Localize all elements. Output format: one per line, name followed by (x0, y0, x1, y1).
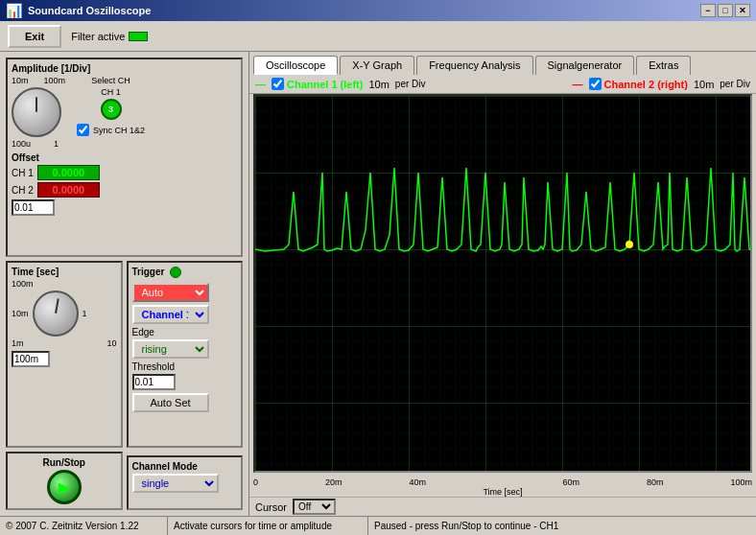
tab-xy-graph[interactable]: X-Y Graph (340, 56, 414, 75)
tab-bar: Oscilloscope X-Y Graph Frequency Analysi… (249, 52, 756, 75)
x-label-0: 0 (253, 477, 258, 487)
scope-wrapper: 0 20m 40m | 60m 80m 100m Time [sec] Curs… (249, 94, 756, 516)
svg-rect-2 (255, 96, 750, 471)
x-label-60m: 60m (562, 477, 579, 487)
maximize-button[interactable]: □ (718, 4, 733, 17)
trigger-channel-row: Channel 1 Channel 2 (132, 305, 238, 324)
x-axis-unit: Time [sec] (249, 487, 756, 497)
time-10m-label: 10m (12, 309, 29, 318)
time-10-label: 10 (106, 338, 116, 348)
close-button[interactable]: ✕ (735, 4, 750, 17)
filter-label: Filter active (71, 31, 125, 42)
ch1-bar-label: Channel 1 (left) (287, 79, 363, 90)
ch1-checkbox-item: Channel 1 (left) (272, 78, 363, 90)
offset-ch1-label: CH 1 (12, 168, 34, 178)
x-label-20m: 20m (325, 477, 343, 487)
cursor-label: Cursor (255, 501, 287, 513)
amplitude-small-input[interactable] (12, 199, 55, 216)
ch1-select-label: CH 1 (101, 87, 121, 97)
cursor-hint-text: Activate cursors for time or amplitude (168, 517, 368, 535)
amp-100m-label: 100m (44, 76, 66, 85)
time-1m-label: 1m (12, 338, 24, 348)
time-panel: Time [sec] 100m 10m 1 (6, 261, 123, 449)
ch2-checkbox-item: Channel 2 (right) (589, 78, 688, 90)
sync-label: Sync CH 1&2 (93, 126, 145, 135)
trigger-channel-dropdown[interactable]: Channel 1 Channel 2 (132, 305, 209, 324)
threshold-label: Threshold (132, 361, 238, 372)
amplitude-title: Amplitude [1/Div] (12, 63, 237, 74)
offset-ch2-label: CH 2 (12, 185, 34, 196)
amp-100u-label: 100u (12, 139, 31, 149)
cursor-dropdown[interactable]: Off Time Amplitude (293, 499, 336, 515)
ch2-per-div-unit: per Div (720, 79, 750, 89)
x-label-40m: 40m (410, 477, 427, 487)
trigger-mode-row: Auto Normal Single (132, 283, 238, 302)
status-bar: © 2007 C. Zeitnitz Version 1.22 Activate… (0, 516, 756, 535)
amp-10m-label: 10m (12, 76, 29, 85)
ch2-bar-label: Channel 2 (right) (604, 79, 688, 90)
x-label-100m: 100m (730, 477, 752, 487)
trigger-led (170, 267, 181, 278)
run-stop-title: Run/Stop (43, 457, 85, 468)
edge-label: Edge (132, 327, 238, 337)
threshold-input[interactable] (132, 374, 176, 390)
ch1-badge: 3 (101, 99, 122, 120)
channel-mode-title: Channel Mode (132, 461, 238, 472)
time-knob[interactable] (33, 291, 79, 337)
sync-row: Sync CH 1&2 (77, 124, 145, 136)
cursor-marker (626, 241, 633, 248)
ch1-per-div-unit: per Div (395, 79, 426, 89)
ch2-per-div-value: 10m (694, 79, 714, 90)
paused-text: Paused - press Run/Stop to continue - CH… (368, 517, 756, 535)
ch2-bar-line: — (573, 79, 583, 90)
sync-checkbox[interactable] (77, 124, 89, 136)
auto-set-button[interactable]: Auto Set (132, 393, 209, 412)
window-controls: − □ ✕ (700, 4, 750, 17)
edge-dropdown[interactable]: rising falling (132, 339, 209, 359)
run-stop-button[interactable]: ▶ (47, 470, 82, 504)
trigger-mode-dropdown[interactable]: Auto Normal Single (132, 283, 209, 302)
run-stop-panel: Run/Stop ▶ (6, 452, 123, 510)
amp-1-label: 1 (54, 139, 59, 149)
select-ch-label: Select CH (91, 76, 130, 85)
tab-frequency-analysis[interactable]: Frequency Analysis (416, 56, 532, 75)
tab-oscilloscope[interactable]: Oscilloscope (253, 56, 338, 75)
right-panel: Oscilloscope X-Y Graph Frequency Analysi… (249, 52, 756, 516)
offset-ch1-input[interactable] (37, 165, 100, 180)
channel-mode-dropdown[interactable]: single dual add (132, 474, 219, 493)
ch2-checkbox[interactable] (589, 78, 602, 90)
tab-signal-generator[interactable]: Signalgenerator (535, 56, 635, 75)
scope-svg (255, 96, 750, 471)
time-small-input[interactable] (12, 351, 50, 367)
edge-row: rising falling (132, 339, 238, 359)
offset-ch1-row: CH 1 (12, 165, 237, 180)
channel-mode-panel: Channel Mode single dual add (127, 455, 244, 510)
offset-ch2-input[interactable] (37, 182, 100, 198)
title-bar: 📊 Soundcard Oszilloscope − □ ✕ (0, 0, 756, 21)
trigger-panel: Trigger Auto Normal Single Channel 1 (127, 261, 244, 449)
filter-active-area: Filter active (71, 31, 148, 42)
filter-led (129, 32, 148, 41)
copyright-text: © 2007 C. Zeitnitz Version 1.22 (0, 517, 168, 535)
minimize-button[interactable]: − (700, 4, 716, 17)
time-title: Time [sec] (12, 267, 117, 277)
top-bar: Exit Filter active (0, 21, 756, 52)
offset-title: Offset (12, 152, 237, 163)
x-label-80m: 80m (647, 477, 664, 487)
exit-button[interactable]: Exit (8, 25, 61, 48)
x-axis: 0 20m 40m | 60m 80m 100m (249, 477, 756, 487)
ch1-per-div-value: 10m (368, 79, 389, 90)
amplitude-knob[interactable] (12, 87, 61, 137)
window-title: Soundcard Oszilloscope (28, 5, 151, 16)
tab-extras[interactable]: Extras (636, 56, 691, 75)
ch1-checkbox[interactable] (272, 78, 284, 90)
offset-ch2-row: CH 2 (12, 182, 237, 198)
cursor-bar: Cursor Off Time Amplitude (249, 497, 756, 516)
oscilloscope-display[interactable] (253, 94, 752, 473)
time-100m-label: 100m (12, 279, 34, 289)
trigger-title: Trigger (132, 267, 165, 277)
time-1-label: 1 (83, 309, 87, 318)
amplitude-panel: Amplitude [1/Div] 10m 100m 100u 1 (6, 58, 243, 257)
left-panel: Amplitude [1/Div] 10m 100m 100u 1 (0, 52, 249, 516)
trigger-header: Trigger (132, 267, 238, 279)
